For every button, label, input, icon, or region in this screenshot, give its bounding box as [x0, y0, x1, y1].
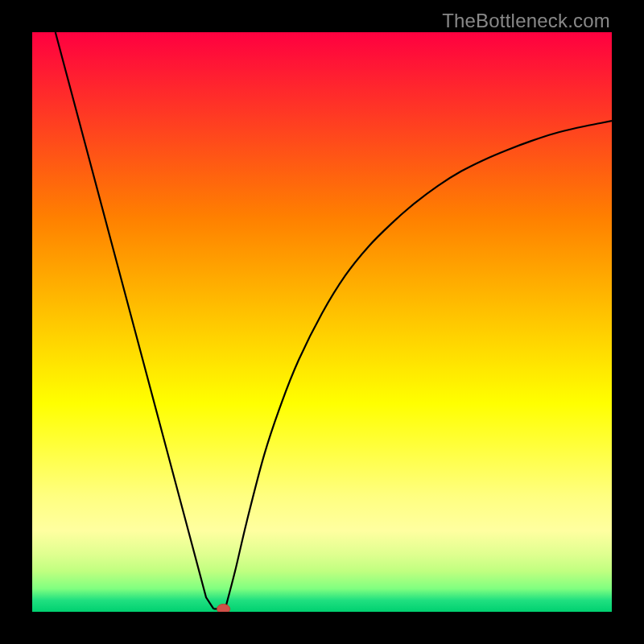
left-leg: [56, 32, 214, 609]
watermark-text: TheBottleneck.com: [442, 10, 610, 32]
notch-marker: [217, 604, 230, 612]
chart-frame: TheBottleneck.com: [0, 0, 644, 644]
bottleneck-curve: [56, 32, 612, 609]
curve-svg: [32, 32, 612, 612]
plot-area: [32, 32, 612, 612]
right-curve: [225, 121, 612, 609]
